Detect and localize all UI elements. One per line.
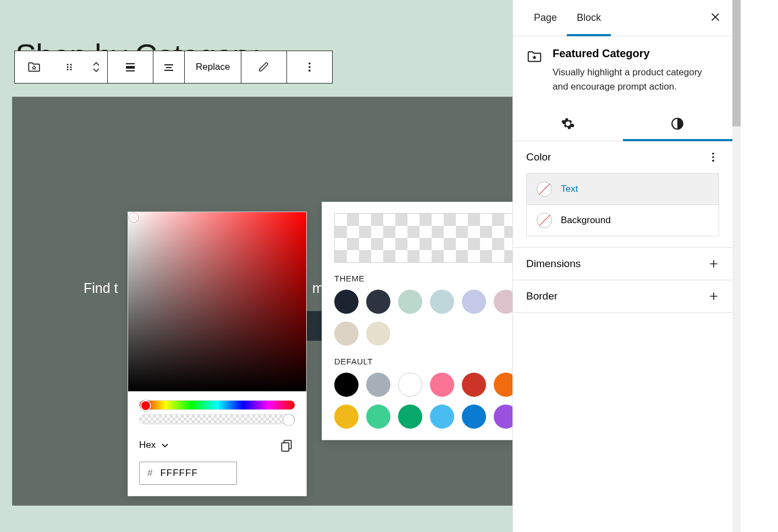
swatch-green[interactable] — [398, 404, 422, 429]
tab-block[interactable]: Block — [567, 0, 611, 36]
block-toolbar: Replace — [14, 51, 333, 84]
color-panel-header[interactable]: Color — [513, 141, 732, 173]
align-button[interactable] — [108, 51, 153, 83]
plus-icon — [708, 258, 719, 269]
svg-point-12 — [309, 63, 311, 65]
svg-point-2 — [67, 66, 69, 68]
color-indicator-text — [537, 181, 552, 197]
color-background-label: Background — [561, 215, 611, 226]
drag-icon — [64, 62, 74, 72]
swatch-white[interactable] — [398, 373, 422, 397]
more-options-button[interactable] — [287, 51, 332, 83]
vertical-align-button[interactable] — [153, 51, 184, 83]
valign-center-icon — [162, 60, 175, 74]
dots-vertical-icon — [707, 151, 719, 163]
swatch-theme-3[interactable] — [398, 290, 422, 314]
close-sidebar-button[interactable] — [709, 11, 721, 23]
editor-canvas: Shop by Category Replace — [0, 0, 551, 532]
pencil-icon — [258, 61, 270, 73]
swatch-lightblue[interactable] — [430, 404, 454, 429]
color-panel: Color Text Background — [513, 141, 732, 248]
color-panel-title: Color — [526, 151, 551, 163]
tab-page[interactable]: Page — [524, 0, 567, 36]
copy-color-button[interactable] — [278, 436, 295, 454]
edit-button[interactable] — [241, 51, 286, 83]
styles-tab[interactable] — [623, 107, 733, 141]
move-up-down[interactable] — [85, 51, 107, 83]
chevron-down-icon — [92, 67, 100, 73]
gear-icon — [561, 117, 575, 131]
block-description: Visually highlight a product category an… — [553, 65, 719, 93]
dimensions-panel-header[interactable]: Dimensions — [513, 248, 732, 280]
svg-point-19 — [712, 156, 714, 158]
swatch-theme-4[interactable] — [430, 290, 454, 314]
color-preview[interactable] — [334, 213, 523, 263]
hex-input-wrapper: # — [139, 462, 237, 485]
folder-star-icon — [526, 48, 543, 65]
block-title: Featured Category — [553, 47, 719, 60]
svg-point-3 — [70, 66, 72, 68]
svg-point-1 — [70, 64, 72, 65]
dimensions-panel: Dimensions — [513, 248, 732, 280]
move-handle[interactable] — [53, 51, 85, 83]
dimensions-title: Dimensions — [526, 258, 581, 270]
border-title: Border — [526, 290, 558, 302]
plus-icon — [708, 291, 719, 302]
swatch-black[interactable] — [334, 373, 358, 397]
swatch-gray[interactable] — [366, 373, 390, 397]
border-panel-header[interactable]: Border — [513, 280, 732, 312]
swatch-theme-2[interactable] — [366, 290, 390, 314]
svg-point-13 — [309, 66, 311, 68]
scroll-thumb[interactable] — [732, 0, 741, 126]
sidebar-tab-row: Page Block — [513, 0, 732, 36]
theme-label: THEME — [334, 274, 523, 283]
inspector-sub-tabs — [513, 107, 732, 141]
swatch-theme-7[interactable] — [334, 322, 358, 346]
color-background-item[interactable]: Background — [527, 204, 719, 236]
color-swatch-popover: THEME DEFAULT — [322, 202, 536, 440]
swatch-lightgreen[interactable] — [366, 404, 390, 429]
contrast-icon — [670, 117, 685, 131]
swatch-blue[interactable] — [462, 404, 486, 429]
hue-thumb[interactable] — [140, 400, 151, 411]
swatch-pink[interactable] — [430, 373, 454, 397]
chevron-up-icon — [92, 62, 100, 67]
color-item-list: Text Background — [526, 173, 719, 236]
replace-button[interactable]: Replace — [185, 51, 241, 83]
saturation-area[interactable] — [128, 212, 306, 391]
block-card: Featured Category Visually highlight a p… — [513, 36, 732, 107]
saturation-cursor[interactable] — [129, 213, 138, 222]
folder-star-icon — [27, 60, 41, 74]
copy-icon — [279, 438, 294, 452]
dots-vertical-icon — [304, 61, 316, 73]
custom-color-popover: Hex # — [128, 212, 307, 496]
svg-rect-16 — [282, 443, 289, 451]
swatch-theme-8[interactable] — [366, 322, 390, 346]
featured-desc-left: Find t — [84, 280, 118, 296]
canvas-scrollbar[interactable] — [732, 0, 741, 532]
hex-input[interactable] — [160, 468, 215, 479]
settings-tab[interactable] — [513, 107, 623, 141]
color-text-item[interactable]: Text — [527, 174, 719, 204]
chevron-down-icon — [161, 442, 169, 448]
color-format-select[interactable]: Hex — [139, 440, 169, 451]
hue-slider[interactable] — [139, 400, 295, 410]
svg-point-18 — [712, 153, 714, 155]
alpha-slider[interactable] — [139, 414, 295, 424]
svg-point-4 — [67, 69, 69, 70]
swatch-theme-5[interactable] — [462, 290, 486, 314]
border-panel: Border — [513, 280, 732, 313]
alpha-thumb[interactable] — [283, 414, 294, 425]
align-full-icon — [124, 60, 137, 74]
svg-point-5 — [70, 69, 72, 70]
swatch-yellow[interactable] — [334, 404, 358, 429]
default-swatch-row — [334, 373, 523, 429]
swatch-theme-1[interactable] — [334, 290, 358, 314]
block-type-button[interactable] — [15, 51, 53, 83]
theme-swatch-row — [334, 290, 523, 346]
color-format-label: Hex — [139, 440, 156, 451]
swatch-red[interactable] — [462, 373, 486, 397]
block-card-icon — [526, 47, 543, 93]
svg-point-14 — [309, 70, 311, 72]
hash-symbol: # — [147, 468, 152, 479]
